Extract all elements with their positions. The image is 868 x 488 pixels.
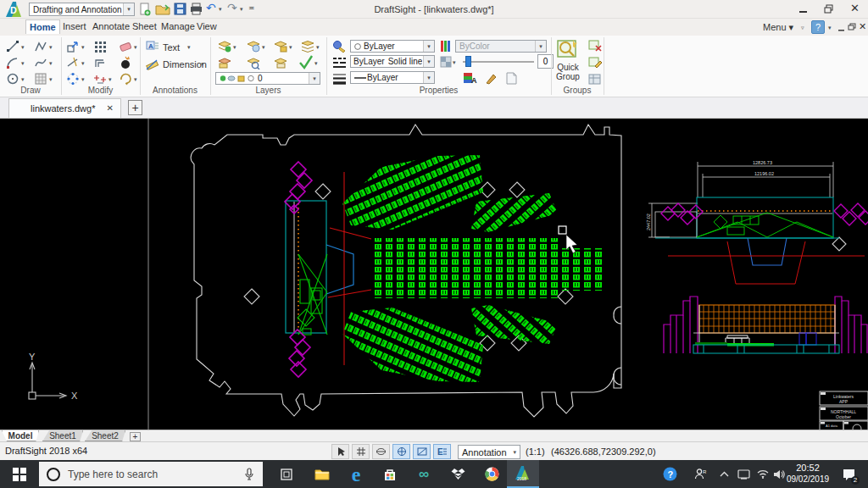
taskbar-search-box[interactable]: Type here to search bbox=[39, 462, 263, 486]
doc-minimize-button[interactable] bbox=[837, 25, 846, 32]
layer-preview-icon[interactable] bbox=[246, 56, 261, 69]
people-tray-icon[interactable]: R bbox=[688, 460, 712, 488]
tab-manage[interactable]: Manage bbox=[158, 19, 198, 33]
help-tray-icon[interactable]: ? bbox=[657, 460, 682, 488]
file-explorer-icon[interactable] bbox=[305, 460, 339, 488]
doc-restore-button[interactable] bbox=[848, 23, 857, 31]
property-painter-icon[interactable] bbox=[332, 40, 347, 53]
line-style-combobox[interactable]: ByLayer Solid line ▾ bbox=[350, 55, 435, 68]
text-tool-icon[interactable]: A bbox=[146, 41, 159, 53]
polar-array-chevron-icon[interactable]: ▾ bbox=[81, 76, 85, 83]
eraser-tool-chevron-icon[interactable]: ▾ bbox=[134, 44, 137, 51]
open-file-icon[interactable] bbox=[155, 3, 170, 16]
entity-styles-button[interactable]: E bbox=[433, 444, 451, 459]
document-tab-close-icon[interactable]: ✕ bbox=[107, 103, 114, 113]
text-tool-chevron-icon[interactable]: ▾ bbox=[187, 44, 191, 51]
arc-tool-chevron-icon[interactable]: ▾ bbox=[21, 60, 25, 67]
line-color-combobox[interactable]: ByLayer ▾ bbox=[350, 40, 435, 53]
circle-tool-icon[interactable] bbox=[6, 72, 19, 86]
new-file-icon[interactable] bbox=[138, 3, 152, 16]
stretch-tool-chevron-icon[interactable]: ▾ bbox=[108, 76, 112, 83]
ms-store-icon[interactable] bbox=[373, 460, 407, 488]
sheet-tab-sheet2[interactable]: Sheet2 bbox=[85, 430, 125, 441]
tab-annotate[interactable]: Annotate bbox=[89, 19, 133, 33]
quick-group-icon[interactable] bbox=[557, 38, 579, 60]
sheet-tab-sheet1[interactable]: Sheet1 bbox=[42, 430, 83, 441]
polyline-tool-chevron-icon[interactable]: ▾ bbox=[49, 44, 53, 51]
layer-states-chevron-icon[interactable]: ▾ bbox=[316, 44, 320, 51]
circle-tool-chevron-icon[interactable]: ▾ bbox=[21, 76, 25, 83]
drawing-canvas[interactable]: Y X 12826.73 12196.02 2447.02 bbox=[0, 119, 868, 430]
pointer-mode-button[interactable] bbox=[331, 444, 349, 459]
group-manager-icon[interactable] bbox=[588, 74, 601, 85]
visual-studio-icon[interactable]: ∞ bbox=[407, 460, 441, 488]
grid-toggle-button[interactable] bbox=[352, 444, 370, 459]
text-tool-label[interactable]: Text bbox=[163, 42, 180, 53]
print-icon[interactable] bbox=[190, 3, 203, 16]
dimension-tool-chevron-icon[interactable]: ▾ bbox=[201, 61, 204, 68]
tab-home[interactable]: Home bbox=[25, 19, 60, 34]
layer-freeze-chevron-icon[interactable]: ▾ bbox=[262, 44, 265, 51]
arc-tool-icon[interactable] bbox=[6, 56, 19, 69]
esnap-toggle-button[interactable] bbox=[392, 444, 410, 459]
tablet-tray-icon[interactable] bbox=[733, 460, 754, 488]
redo-chevron-icon[interactable]: ▾ bbox=[240, 6, 243, 13]
layer-lock-chevron-icon[interactable]: ▾ bbox=[289, 44, 292, 51]
stretch-tool-icon[interactable] bbox=[93, 72, 107, 86]
hatch-tool-chevron-icon[interactable]: ▾ bbox=[49, 76, 53, 83]
layer-check-chevron-icon[interactable]: ▾ bbox=[314, 60, 318, 67]
page-icon[interactable] bbox=[506, 72, 517, 85]
layer-freeze-icon[interactable] bbox=[246, 40, 261, 53]
color-bars-icon[interactable] bbox=[440, 40, 452, 53]
tab-view[interactable]: View bbox=[193, 19, 220, 33]
polyline-tool-icon[interactable] bbox=[34, 40, 47, 53]
document-tab[interactable]: linkwaters.dwg* ✕ bbox=[8, 98, 121, 118]
layers-manager-icon[interactable] bbox=[217, 40, 232, 53]
help-button[interactable]: ? bbox=[811, 20, 825, 34]
brush-icon[interactable] bbox=[485, 72, 498, 85]
layer-lock-icon[interactable] bbox=[273, 40, 288, 53]
etrack-toggle-button[interactable] bbox=[413, 444, 431, 459]
tray-expand-icon[interactable] bbox=[715, 460, 733, 488]
transparency-slider-track[interactable] bbox=[463, 61, 534, 63]
linestyle-icon[interactable] bbox=[332, 56, 347, 69]
layer-activate-icon[interactable] bbox=[217, 56, 232, 69]
trim-tool-icon[interactable] bbox=[66, 56, 80, 69]
dimension-tool-icon[interactable] bbox=[145, 58, 159, 71]
draftsight-taskbar-icon[interactable]: 2018 bbox=[507, 460, 539, 488]
ortho-toggle-button[interactable] bbox=[372, 444, 390, 459]
offset-tool-icon[interactable] bbox=[93, 56, 107, 69]
start-button[interactable] bbox=[0, 460, 39, 488]
line-tool-icon[interactable] bbox=[6, 40, 19, 53]
undo-icon[interactable]: ↶ bbox=[206, 1, 216, 14]
sheet-tab-model[interactable]: Model bbox=[2, 430, 39, 441]
annotation-color-icon[interactable]: A bbox=[463, 72, 477, 85]
transparency-slider-handle[interactable] bbox=[465, 56, 471, 67]
microphone-icon[interactable] bbox=[244, 468, 254, 481]
layer-previous-icon[interactable] bbox=[273, 56, 288, 69]
layer-check-icon[interactable] bbox=[298, 54, 314, 69]
line-tool-chevron-icon[interactable]: ▾ bbox=[21, 44, 25, 51]
window-close-button[interactable]: ✕ bbox=[850, 2, 860, 14]
spline-tool-icon[interactable] bbox=[34, 56, 47, 69]
new-document-tab-button[interactable]: + bbox=[128, 100, 142, 115]
ungroup-icon[interactable] bbox=[588, 39, 602, 52]
task-view-button[interactable] bbox=[270, 460, 303, 488]
quick-group-label[interactable]: Quick Group bbox=[549, 63, 587, 81]
window-minimize-button[interactable] bbox=[798, 5, 809, 14]
lineweight-icon[interactable] bbox=[332, 72, 347, 86]
tab-sheet[interactable]: Sheet bbox=[129, 19, 160, 33]
annotation-scale-dropdown[interactable]: Annotation ▾ bbox=[458, 445, 520, 459]
spline-tool-chevron-icon[interactable]: ▾ bbox=[49, 60, 53, 67]
line-weight-combobox[interactable]: ByLayer ▾ bbox=[350, 71, 435, 84]
transparency-chevron-icon[interactable]: ▾ bbox=[453, 59, 456, 66]
hatch-tool-icon[interactable] bbox=[34, 72, 47, 86]
workspace-dropdown[interactable]: Drafting and Annotation ▾ bbox=[29, 3, 135, 16]
array-tool-icon[interactable] bbox=[93, 40, 107, 53]
eraser-tool-icon[interactable] bbox=[119, 40, 132, 53]
layer-combobox[interactable]: 0 ▾ bbox=[215, 72, 320, 85]
menu-extra-chevron-icon[interactable]: ▿ bbox=[801, 25, 804, 31]
layers-manager-chevron-icon[interactable]: ▾ bbox=[233, 44, 236, 51]
move-tool-chevron-icon[interactable]: ▾ bbox=[81, 44, 85, 51]
rotate-tool-chevron-icon[interactable]: ▾ bbox=[134, 76, 137, 83]
